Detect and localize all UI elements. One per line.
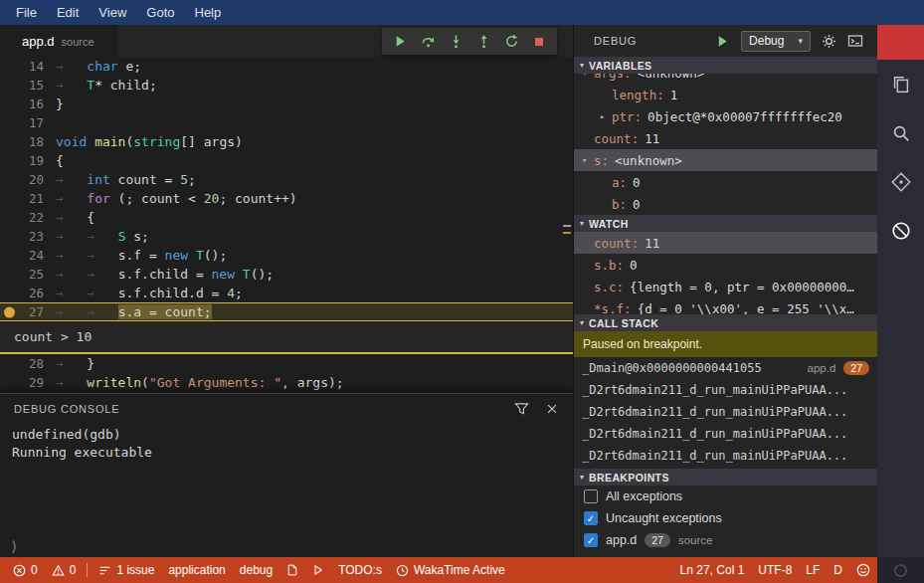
expand-arrow-icon[interactable]: ▸ xyxy=(600,111,612,121)
section-header-breakpoints[interactable]: ▾ BREAKPOINTS xyxy=(574,469,877,486)
issues-indicator-label: 1 issue xyxy=(116,563,154,577)
code-line-15[interactable]: 15→ T* child; xyxy=(0,76,573,95)
close-icon[interactable] xyxy=(545,402,559,416)
code-text: void main(string[] args) xyxy=(44,132,243,151)
menu-help[interactable]: Help xyxy=(185,0,232,25)
debug-console-toggle-icon[interactable] xyxy=(847,33,863,49)
warnings-indicator[interactable]: 0 xyxy=(45,557,84,583)
cursor-position[interactable]: Ln 27, Col 1 xyxy=(673,557,752,583)
breakpoint-checkbox[interactable]: ✓ xyxy=(584,533,598,547)
code-line-14[interactable]: 14→ char e; xyxy=(0,57,573,76)
code-line-24[interactable]: 24→ → s.f = new T(); xyxy=(0,246,573,265)
continue-button[interactable] xyxy=(387,29,413,54)
code-line-21[interactable]: 21→ for (; count < 20; count++) xyxy=(0,189,573,208)
step-into-button[interactable] xyxy=(443,29,468,54)
code-line-18[interactable]: 18void main(string[] args) xyxy=(0,132,573,151)
stack-frame[interactable]: _D2rt6dmain211_d_run_mainUiPPaPUAA... xyxy=(574,401,877,423)
variable-row[interactable]: ▾s:<unknown> xyxy=(574,149,877,171)
step-out-button[interactable] xyxy=(470,29,496,54)
code-line-25[interactable]: 25→ → s.f.child = new T(); xyxy=(0,265,573,284)
stack-frame[interactable]: _D2rt6dmain211_d_run_mainUiPPaPUAA... xyxy=(574,445,877,467)
encoding-indicator[interactable]: UTF-8 xyxy=(751,557,799,583)
file-icon xyxy=(286,563,298,577)
activity-explorer[interactable] xyxy=(877,60,924,108)
watch-row[interactable]: s.b:0 xyxy=(574,254,877,276)
watch-row[interactable]: count:11 xyxy=(574,232,877,254)
errors-indicator-label: 0 xyxy=(31,563,38,577)
breakpoint-row[interactable]: All exceptions xyxy=(574,486,877,507)
restart-button[interactable] xyxy=(498,29,524,54)
file-indicator[interactable] xyxy=(279,557,305,583)
watch-row[interactable]: *s.f:{d = 0 '\\x00', e = 255 '\\x… xyxy=(574,297,877,314)
debug-config-dropdown[interactable]: Debug ▾ xyxy=(741,31,811,52)
menu-goto[interactable]: Goto xyxy=(136,0,184,25)
console-input-prompt[interactable]: ⟩ xyxy=(10,538,18,554)
variable-row[interactable]: ▾args:<unknown> xyxy=(574,74,877,84)
activity-search[interactable] xyxy=(877,108,924,157)
variable-row[interactable]: b:0 xyxy=(574,193,877,215)
application-item[interactable]: application xyxy=(161,557,232,583)
breakpoint-checkbox[interactable] xyxy=(584,489,598,503)
console-output[interactable]: undefined(gdb)Running executable xyxy=(0,423,573,462)
menu-edit[interactable]: Edit xyxy=(47,0,89,25)
code-line-29[interactable]: 29→ writeln("Got Arguments: ", args); xyxy=(0,373,573,392)
collapse-arrow-icon[interactable]: ▾ xyxy=(582,155,594,165)
breakpoint-indicator[interactable] xyxy=(4,306,15,317)
variable-row[interactable]: ▸ptr:0bject@*0x00007fffffffec20 xyxy=(574,105,877,127)
code-line-28[interactable]: 28→ } xyxy=(0,354,573,373)
wakatime-item[interactable]: WakaTime Active xyxy=(389,557,512,583)
stack-frame[interactable]: _D2rt6dmain211_d_run_mainUiPPaPUAA... xyxy=(574,379,877,401)
section-header-variables[interactable]: ▾ VARIABLES xyxy=(574,57,877,74)
code-line-16[interactable]: 16} xyxy=(0,95,573,113)
step-over-icon xyxy=(421,34,436,49)
language-mode[interactable]: D xyxy=(827,557,849,583)
debug-item[interactable]: debug xyxy=(233,557,279,583)
status-corner xyxy=(877,557,924,583)
code-line-17[interactable]: 17 xyxy=(0,113,573,132)
debug-console-header: DEBUG CONSOLE xyxy=(0,394,573,423)
activity-debug[interactable] xyxy=(877,206,924,255)
editor-scrollbar[interactable] xyxy=(563,57,572,392)
line-number: 25 xyxy=(0,265,44,284)
variable-row[interactable]: a:0 xyxy=(574,171,877,193)
eol-indicator[interactable]: LF xyxy=(799,557,827,583)
step-over-button[interactable] xyxy=(415,29,441,54)
errors-indicator[interactable]: 0 xyxy=(6,557,45,583)
todos-item[interactable]: TODO:s xyxy=(331,557,389,583)
section-header-callstack[interactable]: ▾ CALL STACK xyxy=(574,314,877,331)
code-text: → → s.a = count; xyxy=(44,302,212,321)
debug-panel-header: DEBUG Debug ▾ xyxy=(574,25,877,57)
code-line-27[interactable]: 27→ → s.a = count; xyxy=(0,302,573,321)
code-line-26[interactable]: 26→ → s.f.child.d = 4; xyxy=(0,284,573,302)
stack-frame[interactable]: _D2rt6dmain211_d_run_mainUiPPaPUAA... xyxy=(574,423,877,445)
run-indicator[interactable] xyxy=(305,557,331,583)
breakpoint-row[interactable]: ✓app.d27source xyxy=(574,529,877,551)
issues-indicator[interactable]: 1 issue xyxy=(92,557,161,583)
stack-frame[interactable]: _Dmain@0x0000000000441055app.d27 xyxy=(574,357,877,379)
breakpoint-row[interactable]: ✓Uncaught exceptions xyxy=(574,507,877,529)
variable-value: 0 xyxy=(633,175,641,190)
stop-button[interactable] xyxy=(526,29,552,54)
variable-row[interactable]: count:11 xyxy=(574,127,877,149)
code-line-23[interactable]: 23→ → S s; xyxy=(0,227,573,246)
watch-row[interactable]: s.c:{length = 0, ptr = 0x00000000… xyxy=(574,276,877,297)
section-header-watch[interactable]: ▾ WATCH xyxy=(574,215,877,232)
menu-file[interactable]: File xyxy=(6,0,47,25)
breakpoint-condition-widget[interactable]: count > 10 xyxy=(0,321,573,354)
gear-icon[interactable] xyxy=(822,34,836,49)
variable-row[interactable]: length:1 xyxy=(574,84,877,105)
menu-view[interactable]: View xyxy=(89,0,136,25)
activity-source-control[interactable] xyxy=(877,157,924,206)
debug-console-panel: DEBUG CONSOLE undefined(gdb)Running exec… xyxy=(0,393,573,557)
breakpoint-checkbox[interactable]: ✓ xyxy=(584,511,598,525)
tab-appd[interactable]: app.d source xyxy=(0,25,118,57)
code-line-20[interactable]: 20→ int count = 5; xyxy=(0,170,573,189)
code-text: → T* child; xyxy=(44,76,157,95)
feedback-smiley[interactable] xyxy=(849,557,877,583)
code-text: → → S s; xyxy=(44,227,149,246)
collapse-arrow-icon[interactable]: ▾ xyxy=(582,74,594,78)
code-line-22[interactable]: 22→ { xyxy=(0,208,573,227)
start-debug-button[interactable] xyxy=(715,34,730,49)
code-line-19[interactable]: 19{ xyxy=(0,151,573,170)
filter-icon[interactable] xyxy=(514,401,529,416)
